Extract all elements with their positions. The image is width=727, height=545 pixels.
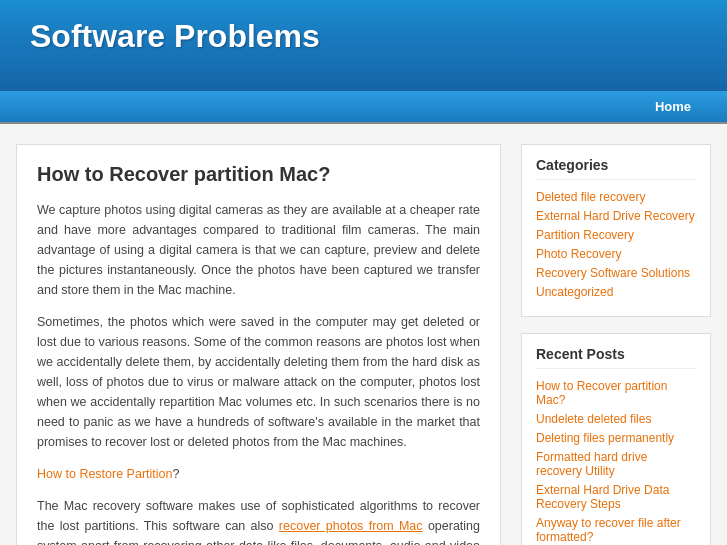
category-link[interactable]: Deleted file recovery xyxy=(536,190,696,204)
categories-section: Categories Deleted file recoveryExternal… xyxy=(521,144,711,317)
main-container: How to Recover partition Mac? We capture… xyxy=(0,124,727,545)
list-item: Formatted hard drive recovery Utility xyxy=(536,450,696,478)
recent-post-link[interactable]: Deleting files permanently xyxy=(536,431,696,445)
list-item: Partition Recovery xyxy=(536,228,696,242)
recent-post-link[interactable]: How to Recover partition Mac? xyxy=(536,379,696,407)
categories-list: Deleted file recoveryExternal Hard Drive… xyxy=(536,190,696,299)
header: Software Problems xyxy=(0,0,727,90)
list-item: Recovery Software Solutions xyxy=(536,266,696,280)
category-link[interactable]: Uncategorized xyxy=(536,285,696,299)
list-item: Deleting files permanently xyxy=(536,431,696,445)
restore-partition-link[interactable]: How to Restore Partition xyxy=(37,467,172,481)
list-item: External Hard Drive Recovery xyxy=(536,209,696,223)
sublink-paragraph: How to Restore Partition? xyxy=(37,464,480,484)
recent-post-link[interactable]: Undelete deleted files xyxy=(536,412,696,426)
list-item: Deleted file recovery xyxy=(536,190,696,204)
list-item: How to Recover partition Mac? xyxy=(536,379,696,407)
content-area: How to Recover partition Mac? We capture… xyxy=(16,144,501,545)
list-item: Anyway to recover file after formatted? xyxy=(536,516,696,544)
category-link[interactable]: Partition Recovery xyxy=(536,228,696,242)
site-title: Software Problems xyxy=(30,18,697,55)
paragraph-3: The Mac recovery software makes use of s… xyxy=(37,496,480,545)
navbar: Home xyxy=(0,90,727,124)
recent-posts-list: How to Recover partition Mac?Undelete de… xyxy=(536,379,696,545)
categories-title: Categories xyxy=(536,157,696,180)
sidebar: Categories Deleted file recoveryExternal… xyxy=(521,144,711,545)
list-item: Photo Recovery xyxy=(536,247,696,261)
category-link[interactable]: Photo Recovery xyxy=(536,247,696,261)
paragraph-1: We capture photos using digital cameras … xyxy=(37,200,480,300)
recent-posts-title: Recent Posts xyxy=(536,346,696,369)
recent-post-link[interactable]: Formatted hard drive recovery Utility xyxy=(536,450,696,478)
category-link[interactable]: External Hard Drive Recovery xyxy=(536,209,696,223)
recent-post-link[interactable]: External Hard Drive Data Recovery Steps xyxy=(536,483,696,511)
list-item: Undelete deleted files xyxy=(536,412,696,426)
article-title: How to Recover partition Mac? xyxy=(37,163,480,186)
recent-posts-section: Recent Posts How to Recover partition Ma… xyxy=(521,333,711,545)
list-item: External Hard Drive Data Recovery Steps xyxy=(536,483,696,511)
recover-photos-link[interactable]: recover photos from Mac xyxy=(279,519,423,533)
list-item: Uncategorized xyxy=(536,285,696,299)
category-link[interactable]: Recovery Software Solutions xyxy=(536,266,696,280)
recent-post-link[interactable]: Anyway to recover file after formatted? xyxy=(536,516,696,544)
paragraph-2: Sometimes, the photos which were saved i… xyxy=(37,312,480,452)
nav-home[interactable]: Home xyxy=(649,97,697,116)
